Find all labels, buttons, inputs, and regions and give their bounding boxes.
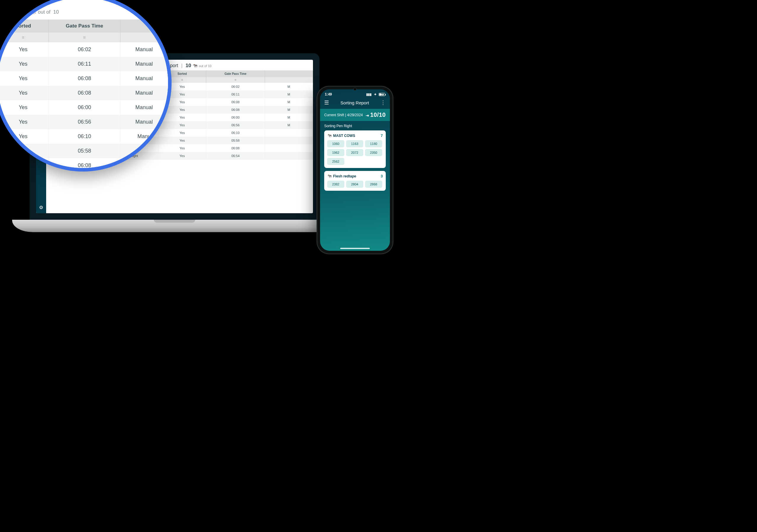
zoom-filter-sorted[interactable]: = [0,33,49,42]
col-gate-pass-time[interactable]: Gate Pass Time [206,71,265,77]
cell-mode: Manual [120,57,168,71]
cow-icon: 🐄 [327,133,332,138]
table-row[interactable]: Yes06:02Manual [0,42,168,57]
zoom-title-fragment: t [6,8,8,15]
laptop-base [12,220,337,232]
cell-gate: 05:58 [206,136,265,144]
cell-sorted: Yes [0,71,49,86]
animal-tag[interactable]: 1163 [346,140,363,147]
table-row[interactable]: Yes06:11Manual [0,57,168,71]
cell-gate: 06:00 [49,100,120,115]
cow-icon: 🐄 [29,8,36,15]
zoom-col-sorted[interactable]: Sorted [0,19,49,33]
cell-mode: M [265,98,313,106]
menu-hamburger-icon[interactable]: ☰ [324,99,329,106]
animal-tag[interactable]: 2382 [327,181,344,188]
status-icons: ▮▮▮ ✦ 73 [365,92,385,96]
cell-mode: M [265,91,313,98]
group-count: 7 [381,133,383,138]
cell-mode [265,144,313,152]
phone-camera [353,88,356,91]
cell-mode: M [265,121,313,129]
cell-mode: M [265,114,313,121]
cell-sorted: Yes [0,100,49,115]
signal-icon: ▮▮▮ [366,93,372,96]
animal-tag[interactable]: 1962 [327,149,344,156]
phone-home-indicator[interactable] [340,248,370,249]
cell-mode [265,136,313,144]
cell-gate: 06:08 [206,98,265,106]
phone-statusbar: 1:49 ▮▮▮ ✦ 73 [320,89,390,98]
more-kebab-icon[interactable]: ⋮ [380,99,386,106]
cell-mode [265,129,313,136]
animal-tag[interactable]: 1180 [365,140,382,147]
group-name: MAST COWS [333,134,355,138]
table-row[interactable]: Yes06:08Manual [0,86,168,100]
phone-appbar: ☰ Sorting Report ⋮ [320,98,390,109]
status-time: 1:49 [325,92,332,96]
animal-tag[interactable]: 2804 [346,181,363,188]
laptop-hinge-notch [154,220,195,223]
shift-label: Current Shift | 4/29/2024 [324,113,363,117]
title-divider: | [181,63,183,68]
cell-sorted: Yes [158,121,206,129]
pen-title: Sorting Pen Right [324,124,386,128]
animal-tag[interactable]: 2868 [365,181,382,188]
animal-tag[interactable]: 2350 [365,149,382,156]
cell-mode: M [265,83,313,91]
wifi-icon: ✦ [374,93,377,96]
cell-mode: Manual [120,100,168,115]
cell-gate: 06:08 [206,144,265,152]
cell-gate: 06:11 [49,57,120,71]
cell-gate: 06:54 [206,152,265,160]
cell-gate: 06:02 [49,42,120,57]
cell-sorted: Yes [158,129,206,136]
cell-gate: 06:08 [49,71,120,86]
cell-sorted: Yes [0,57,49,71]
cell-gate: 06:08 [206,106,265,114]
cow-run-icon: ⇥ [366,113,369,118]
cow-icon: 🐄 [193,63,197,68]
phone-screen: 1:49 ▮▮▮ ✦ 73 ☰ Sorting Report ⋮ Current… [320,89,390,251]
cell-mode: Manual [120,71,168,86]
shift-summary-bar[interactable]: Current Shift | 4/29/2024 ⇥10/10 [320,109,390,121]
cell-gate: 06:08 [49,86,120,100]
table-row[interactable]: Yes06:08Manual [0,71,168,86]
table-row[interactable]: Yes06:00Manual [0,100,168,115]
table-row[interactable]: Yes06:56Manual [0,115,168,129]
animal-tag[interactable]: 1060 [327,140,344,147]
tag-list: 238228042868 [327,181,383,188]
cell-sorted: Yes [0,115,49,129]
group-card[interactable]: 🐄MAST COWS71060116311801962207223502562 [324,131,386,168]
cell-sorted: Yes [0,86,49,100]
table-row[interactable]: Yes06:10Manu [0,129,168,144]
cell-sorted: Yes [0,129,49,144]
group-header: 🐄Flesh redtape3 [327,174,383,178]
zoom-filter-gate[interactable]: = [49,33,120,42]
report-count: 10 [186,63,191,68]
cell-gate: 06:56 [206,121,265,129]
battery-icon: 73 [378,93,385,96]
cell-gate: 05:58 [49,144,120,158]
cell-mode: Manual [120,42,168,57]
cell-gate: 06:10 [206,129,265,136]
phone-device: 1:49 ▮▮▮ ✦ 73 ☰ Sorting Report ⋮ Current… [317,86,393,254]
group-name: Flesh redtape [333,174,356,178]
filter-gate[interactable]: = [206,77,265,83]
zoom-col-gate[interactable]: Gate Pass Time [49,19,120,33]
cell-gate: 06:10 [49,129,120,144]
group-header: 🐄MAST COWS7 [327,133,383,138]
group-count: 3 [381,174,383,178]
zoom-title-bar: t | 10 🐄 out of 10 [0,0,168,19]
cell-mode [265,152,313,160]
cell-gate: 06:02 [206,83,265,91]
cell-sorted: Yes [0,42,49,57]
group-card[interactable]: 🐄Flesh redtape3238228042868 [324,171,386,191]
settings-gear-icon[interactable]: ⚙ [36,205,46,210]
cell-gate: 06:11 [206,91,265,98]
animal-tag[interactable]: 2072 [346,149,363,156]
zoom-out-of: out of 10 [38,9,59,15]
animal-tag[interactable]: 2562 [327,158,344,165]
cell-sorted: Yes [158,144,206,152]
cell-sorted: Yes [158,136,206,144]
